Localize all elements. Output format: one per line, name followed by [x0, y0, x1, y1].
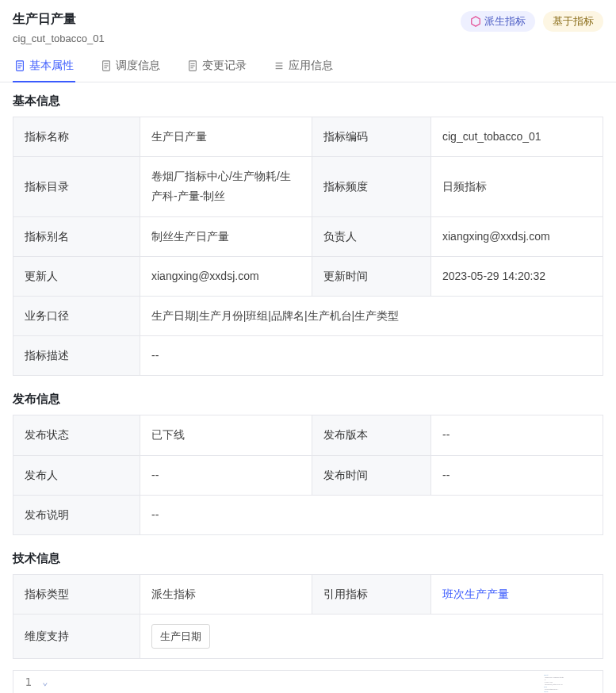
label-cell: 指标别名 [13, 216, 140, 256]
label-cell: 发布说明 [13, 495, 140, 534]
tab-basic-attributes[interactable]: 基本属性 [13, 52, 75, 82]
basic-info-table: 指标名称 生产日产量 指标编码 cig_cut_tobacco_01 指标目录 … [13, 117, 603, 376]
minimap[interactable]: select round SUM coalesce t0.qty 0 0 as … [544, 674, 599, 693]
label-cell: 指标频度 [312, 157, 431, 216]
dimension-chip[interactable]: 生产日期 [151, 624, 210, 649]
header-tags: 派生指标 基于指标 [461, 11, 603, 32]
derived-indicator-tag: 派生指标 [461, 11, 535, 32]
value-cell: -- [140, 495, 603, 534]
tab-app-info[interactable]: 应用信息 [272, 52, 335, 82]
value-cell: -- [431, 415, 603, 455]
value-cell: 班次生产产量 [431, 574, 603, 614]
svg-marker-0 [472, 17, 480, 26]
based-indicator-tag: 基于指标 [543, 11, 603, 32]
label-cell: 引用指标 [312, 574, 431, 614]
label-cell: 发布时间 [312, 455, 431, 495]
label-cell: 发布状态 [13, 415, 140, 455]
doc-icon [14, 60, 25, 71]
value-cell: -- [431, 455, 603, 495]
publish-info-table: 发布状态 已下线 发布版本 -- 发布人 -- 发布时间 -- 发布说明 -- [13, 415, 603, 535]
publish-info-section: 发布信息 发布状态 已下线 发布版本 -- 发布人 -- 发布时间 -- 发布说… [0, 381, 616, 540]
value-cell: 已下线 [140, 415, 312, 455]
value-cell: 生产日期 [140, 615, 603, 659]
label-cell: 业务口径 [13, 296, 140, 335]
tabs: 基本属性 调度信息 变更记录 应用信息 [0, 44, 616, 82]
page-subtitle: cig_cut_tobacco_01 [13, 33, 461, 44]
section-title: 发布信息 [13, 392, 603, 407]
header-left: 生产日产量 cig_cut_tobacco_01 [13, 11, 461, 44]
section-title: 技术信息 [13, 551, 603, 566]
label-cell: 指标名称 [13, 117, 140, 157]
value-cell: cig_cut_tobacco_01 [431, 117, 603, 157]
label-cell: 更新人 [13, 256, 140, 296]
value-cell: 派生指标 [140, 574, 312, 614]
tab-label: 变更记录 [202, 59, 247, 73]
label-cell: 发布人 [13, 455, 140, 495]
tech-info-section: 技术信息 指标类型 派生指标 引用指标 班次生产产量 维度支持 生产日期 [0, 540, 616, 664]
tab-label: 调度信息 [116, 59, 160, 73]
value-cell: 生产日产量 [140, 117, 312, 157]
doc-icon [101, 60, 112, 71]
value-cell: -- [140, 455, 312, 495]
value-cell: 制丝生产日产量 [140, 216, 312, 256]
chevron-down-icon[interactable]: ⌄ [40, 674, 51, 690]
value-cell: xiangxing@xxdsj.com [431, 216, 603, 256]
section-title: 基本信息 [13, 94, 603, 109]
value-cell: 卷烟厂指标中心/生产物耗/生产科-产量-制丝 [140, 157, 312, 216]
line-numbers: 12345678910 [13, 671, 38, 693]
based-tag-label: 基于指标 [553, 14, 594, 29]
tab-schedule-info[interactable]: 调度信息 [99, 52, 162, 82]
hexagon-icon [470, 16, 481, 27]
value-cell: 日频指标 [431, 157, 603, 216]
label-cell: 负责人 [312, 216, 431, 256]
derived-tag-label: 派生指标 [484, 14, 526, 29]
list-icon [274, 60, 285, 71]
basic-info-section: 基本信息 指标名称 生产日产量 指标编码 cig_cut_tobacco_01 … [0, 82, 616, 381]
tab-label: 基本属性 [29, 59, 74, 73]
tab-change-log[interactable]: 变更记录 [186, 52, 248, 82]
value-cell: 生产日期|生产月份|班组|品牌名|生产机台|生产类型 [140, 296, 603, 335]
sql-editor[interactable]: 12345678910 ⌄⌄⌄ select round(SUM(coalesc… [13, 670, 603, 693]
value-cell: 2023-05-29 14:20:32 [431, 256, 603, 296]
label-cell: 指标编码 [312, 117, 431, 157]
label-cell: 更新时间 [312, 256, 431, 296]
label-cell: 维度支持 [13, 615, 140, 659]
tab-label: 应用信息 [289, 59, 333, 73]
code-content[interactable]: select round(SUM(coalesce (t0.qty, 0)), … [52, 671, 603, 693]
fold-gutter: ⌄⌄⌄ [38, 671, 52, 693]
tech-info-table: 指标类型 派生指标 引用指标 班次生产产量 维度支持 生产日期 [13, 574, 603, 660]
label-cell: 指标类型 [13, 574, 140, 614]
label-cell: 指标描述 [13, 336, 140, 376]
value-cell: xiangxing@xxdsj.com [140, 256, 312, 296]
value-cell: -- [140, 336, 603, 376]
ref-indicator-link[interactable]: 班次生产产量 [442, 588, 509, 600]
page-title: 生产日产量 [13, 11, 461, 28]
label-cell: 发布版本 [312, 415, 431, 455]
doc-icon [187, 60, 198, 71]
page-header: 生产日产量 cig_cut_tobacco_01 派生指标 基于指标 [0, 0, 616, 44]
label-cell: 指标目录 [13, 157, 140, 216]
